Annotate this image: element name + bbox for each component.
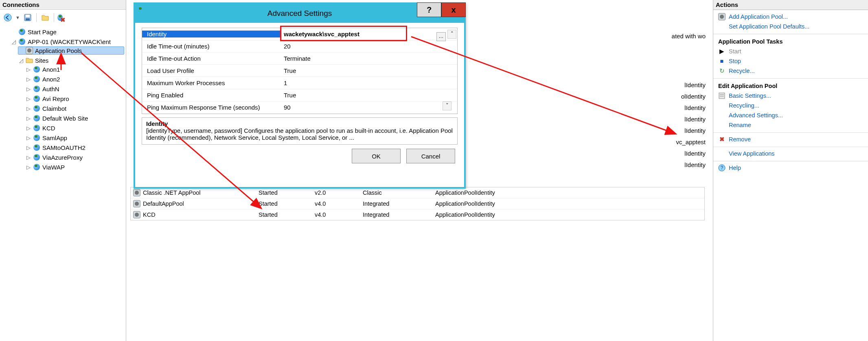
dialog-titlebar[interactable]: Advanced Settings ? x [135, 4, 464, 23]
rename-link[interactable]: Rename [718, 120, 865, 130]
sites-label: Sites [35, 57, 48, 64]
site-node[interactable]: ▷ViaWAP [25, 163, 124, 171]
site-node[interactable]: ▷SAMtoOAUTH2 [25, 143, 124, 152]
stop-link[interactable]: ■ Stop [718, 56, 865, 66]
set-pool-defaults-link[interactable]: Set Application Pool Defaults... [718, 22, 865, 31]
site-node[interactable]: ▷KCD [25, 124, 124, 132]
site-globe-icon [33, 95, 40, 102]
site-label: Avi Repro [42, 95, 69, 102]
app-pool-row[interactable]: Classic .NET AppPoolStartedv2.0ClassicAp… [131, 187, 704, 198]
sites-node[interactable]: ◿ Sites [18, 56, 124, 64]
edit-pool-heading: Edit Application Pool [718, 80, 865, 91]
cancel-button[interactable]: Cancel [406, 149, 455, 163]
property-value[interactable]: True [281, 67, 457, 74]
property-row[interactable]: Maximum Worker Processes1 [142, 77, 457, 89]
advanced-settings-link[interactable]: Advanced Settings... [718, 110, 865, 120]
dialog-help-button[interactable]: ? [417, 2, 441, 17]
remove-link[interactable]: ✖ Remove [718, 134, 865, 144]
app-pool-row[interactable]: DefaultAppPoolStartedv4.0IntegratedAppli… [131, 198, 704, 209]
site-globe-icon [33, 124, 40, 132]
save-icon[interactable] [22, 12, 33, 23]
connections-toolbar: ▼ ✖ [0, 10, 126, 27]
scroll-down-icon[interactable]: ˅ [443, 101, 452, 110]
site-node[interactable]: ▷Anon1 [25, 65, 124, 73]
pool-identity: ApplicationPoolIdentity [435, 189, 702, 196]
nav-back-icon[interactable] [2, 12, 13, 23]
application-pools-label: Application Pools [35, 47, 82, 54]
pool-version: v4.0 [315, 211, 359, 218]
svg-text:?: ? [721, 165, 723, 171]
connections-title: Connections [0, 0, 126, 10]
ok-button[interactable]: OK [352, 149, 401, 163]
property-row[interactable]: Idle Time-out ActionTerminate [142, 53, 457, 65]
property-key: Load User Profile [142, 67, 281, 74]
advanced-settings-dialog: Advanced Settings ? x Identitywacketywac… [134, 2, 466, 189]
property-row[interactable]: Load User ProfileTrue [142, 65, 457, 77]
site-globe-icon [33, 66, 40, 73]
description-title: Identity [146, 120, 453, 127]
view-applications-link[interactable]: View Applications [718, 149, 865, 158]
site-label: SamlApp [42, 134, 67, 141]
recycling-link[interactable]: Recycling... [718, 101, 865, 110]
property-value[interactable]: 90 [281, 104, 457, 111]
site-node[interactable]: ▷AuthN [25, 85, 124, 93]
open-icon[interactable] [40, 12, 50, 23]
tasks-heading: Application Pool Tasks [718, 36, 865, 46]
app-pool-row[interactable]: KCDStartedv4.0IntegratedApplicationPoolI… [131, 209, 704, 220]
property-row[interactable]: Ping Maximum Response Time (seconds)90 [142, 101, 457, 114]
app-pool-grid[interactable]: Classic .NET AppPoolStartedv2.0ClassicAp… [130, 187, 705, 220]
site-globe-icon [33, 105, 40, 112]
behind-identity-fragment: lIdentity [684, 150, 706, 157]
property-description: Identity [identityType, username, passwo… [142, 117, 458, 145]
property-key: Identity [142, 31, 281, 37]
property-key: Ping Maximum Response Time (seconds) [142, 104, 281, 111]
pool-mode: Classic [363, 189, 432, 196]
property-grid[interactable]: Identitywacketywack\svc_apptest…Idle Tim… [142, 28, 458, 114]
pool-mode: Integrated [363, 211, 432, 218]
basic-settings-icon [718, 92, 726, 99]
property-value[interactable]: wacketywack\svc_apptest [281, 31, 457, 37]
site-node[interactable]: ▷Anon2 [25, 75, 124, 83]
dialog-close-button[interactable]: x [441, 2, 466, 17]
site-label: SAMtoOAUTH2 [42, 144, 85, 151]
property-row[interactable]: Ping EnabledTrue [142, 89, 457, 101]
property-value[interactable]: True [281, 92, 457, 99]
server-node[interactable]: ◿ APP-01 (WACKETYWACK\ent [11, 37, 124, 46]
pool-status: Started [259, 200, 311, 207]
site-node[interactable]: ▷Avi Repro [25, 95, 124, 103]
start-link[interactable]: ▶ Start [718, 46, 865, 56]
site-node[interactable]: ▷Claimbot [25, 104, 124, 112]
property-value[interactable]: 1 [281, 79, 457, 86]
description-body: [identityType, username, password] Confi… [146, 127, 453, 141]
site-globe-icon [33, 154, 40, 161]
site-label: ViaWAP [42, 164, 65, 171]
dropdown-caret-icon[interactable]: ▼ [15, 15, 20, 20]
property-row[interactable]: Idle Time-out (minutes)20 [142, 40, 457, 53]
scroll-up-icon[interactable]: ˄ [447, 30, 456, 39]
site-node[interactable]: ▷SamlApp [25, 134, 124, 142]
site-node[interactable]: ▷Default Web Site [25, 114, 124, 122]
browse-button[interactable]: … [436, 32, 446, 41]
property-value[interactable]: 20 [281, 43, 457, 50]
recycle-link[interactable]: ↻ Recycle... [718, 66, 865, 76]
behind-identity-fragment: lIdentity [684, 161, 706, 168]
site-label: KCD [42, 125, 55, 132]
remove-connection-icon[interactable]: ✖ [57, 12, 68, 23]
start-page-label: Start Page [28, 29, 57, 35]
property-value[interactable]: Terminate [281, 55, 457, 62]
connections-tree[interactable]: Start Page ◿ APP-01 (WACKETYWACK\ent [0, 27, 126, 341]
recycle-icon: ↻ [718, 67, 726, 75]
site-label: Claimbot [42, 105, 66, 112]
start-page-node[interactable]: Start Page [11, 28, 124, 36]
site-node[interactable]: ▷ViaAzureProxy [25, 153, 124, 161]
pool-version: v4.0 [315, 200, 359, 207]
pool-status: Started [259, 211, 311, 218]
behind-identity-fragment: vc_apptest [676, 139, 706, 145]
application-pools-node[interactable]: Application Pools [18, 46, 124, 55]
connections-panel: Connections ▼ ✖ [0, 0, 126, 341]
basic-settings-link[interactable]: Basic Settings... [718, 91, 865, 101]
property-key: Idle Time-out (minutes) [142, 43, 281, 50]
help-link[interactable]: ? Help [718, 163, 865, 173]
property-row[interactable]: Identitywacketywack\svc_apptest… [142, 28, 457, 40]
add-application-pool-link[interactable]: Add Application Pool... [718, 12, 865, 22]
